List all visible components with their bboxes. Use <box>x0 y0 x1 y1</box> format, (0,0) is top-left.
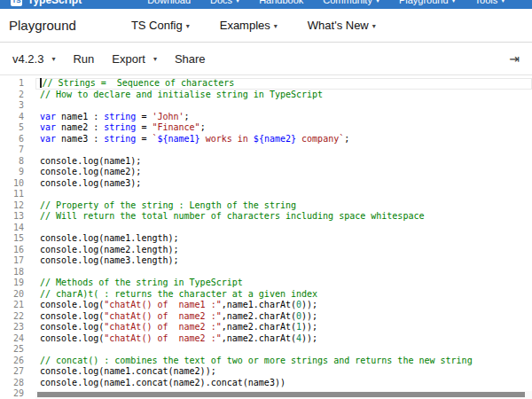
chevron-down-icon: ▾ <box>501 0 505 4</box>
playground-menu-bar: TS Config▾Examples▾What's New▾ <box>131 19 376 32</box>
share-button[interactable]: Share <box>175 52 206 66</box>
code-line-12[interactable]: 12// Property of the string : Length of … <box>0 200 532 212</box>
export-dropdown[interactable]: Export ▾ <box>112 52 157 66</box>
code-line-21[interactable]: 21console.log("chatAt() of name1 :",name… <box>0 300 532 311</box>
code-text: console.log(name1.length); <box>35 233 532 245</box>
line-number: 3 <box>0 100 35 112</box>
code-line-8[interactable]: 8console.log(name1); <box>0 156 532 168</box>
line-number: 12 <box>0 200 35 212</box>
line-number: 25 <box>0 344 35 356</box>
code-text: // How to declare and initialise string … <box>35 90 532 101</box>
code-line-13[interactable]: 13// Will return the total number of cha… <box>0 211 532 223</box>
code-line-15[interactable]: 15console.log(name1.length); <box>0 233 532 245</box>
line-number: 11 <box>0 189 35 200</box>
code-line-19[interactable]: 19// Methods of the string in TypeScript <box>0 278 532 289</box>
code-text <box>35 344 532 356</box>
line-number: 29 <box>0 388 35 399</box>
code-text: console.log("chatAt() of name2 :",name2.… <box>35 311 532 323</box>
line-number: 16 <box>0 245 35 256</box>
nav-item-download[interactable]: Download <box>147 0 191 5</box>
code-line-17[interactable]: 17console.log(name3.length); <box>0 255 532 267</box>
code-text: // Strings = Sequence of characters <box>35 78 532 90</box>
code-text: console.log("chatAt() of name2 :",name2.… <box>35 322 532 333</box>
horizontal-scrollbar[interactable] <box>35 391 532 399</box>
line-number: 23 <box>0 322 35 333</box>
code-line-26[interactable]: 26// concat() : combines the text of two… <box>0 356 532 367</box>
code-text: var name1 : string = 'John'; <box>35 112 532 123</box>
page-title: Playground <box>9 18 76 33</box>
line-number: 8 <box>0 156 35 168</box>
code-text: console.log(name2); <box>35 167 532 178</box>
code-line-9[interactable]: 9console.log(name2); <box>0 167 532 178</box>
code-line-7[interactable]: 7 <box>0 145 532 156</box>
typescript-logo-icon: TS <box>11 0 22 6</box>
code-text: console.log("chatAt() of name1 :",name1.… <box>35 300 532 311</box>
line-number: 1 <box>0 78 35 90</box>
run-button[interactable]: Run <box>73 52 94 66</box>
code-editor[interactable]: 1// Strings = Sequence of characters2// … <box>0 75 532 399</box>
code-text <box>35 267 532 278</box>
code-line-11[interactable]: 11 <box>0 189 532 200</box>
menu-what-s-new[interactable]: What's New▾ <box>308 19 376 32</box>
code-line-2[interactable]: 2// How to declare and initialise string… <box>0 90 532 101</box>
menu-ts-config[interactable]: TS Config▾ <box>131 19 190 32</box>
code-line-5[interactable]: 5var name2 : string = "Finance"; <box>0 122 532 134</box>
code-line-16[interactable]: 16console.log(name2.length); <box>0 245 532 256</box>
toggle-sidebar-icon[interactable]: ⇥ <box>509 52 520 65</box>
chevron-down-icon: ▾ <box>153 55 157 63</box>
code-line-10[interactable]: 10console.log(name3); <box>0 178 532 190</box>
version-label: v4.2.3 <box>12 52 43 66</box>
chevron-down-icon: ▾ <box>452 0 456 4</box>
line-number: 20 <box>0 289 35 301</box>
playground-header: Playground TS Config▾Examples▾What's New… <box>0 9 532 43</box>
nav-item-community[interactable]: Community▾ <box>323 0 379 5</box>
nav-item-handbook[interactable]: Handbook <box>259 0 303 5</box>
chevron-down-icon: ▾ <box>51 55 55 63</box>
line-number: 6 <box>0 134 35 145</box>
line-number: 26 <box>0 356 35 367</box>
code-line-1[interactable]: 1// Strings = Sequence of characters <box>0 78 532 90</box>
line-number: 5 <box>0 122 35 134</box>
code-line-22[interactable]: 22console.log("chatAt() of name2 :",name… <box>0 311 532 323</box>
code-text: console.log(name1.concat(name2).concat(n… <box>35 378 532 389</box>
code-text: // Methods of the string in TypeScript <box>35 278 532 289</box>
line-number: 4 <box>0 112 35 123</box>
code-text <box>35 100 532 112</box>
code-line-3[interactable]: 3 <box>0 100 532 112</box>
code-text: // Will return the total number of chara… <box>35 211 532 223</box>
scrollbar-thumb[interactable] <box>37 392 525 397</box>
line-number: 15 <box>0 233 35 245</box>
nav-item-tools[interactable]: Tools▾ <box>475 0 505 5</box>
code-line-28[interactable]: 28console.log(name1.concat(name2).concat… <box>0 378 532 389</box>
code-line-20[interactable]: 20// charA)t( : returns the character at… <box>0 289 532 301</box>
line-number: 27 <box>0 366 35 378</box>
menu-examples[interactable]: Examples▾ <box>220 19 278 32</box>
line-number: 9 <box>0 167 35 178</box>
nav-item-playground[interactable]: Playground▾ <box>399 0 456 5</box>
code-line-27[interactable]: 27console.log(name1.concat(name2)); <box>0 366 532 378</box>
line-number: 13 <box>0 211 35 223</box>
code-text <box>35 189 532 200</box>
code-text <box>35 223 532 234</box>
run-label: Run <box>73 52 94 66</box>
code-text: console.log(name1); <box>35 156 532 168</box>
code-text: // Property of the string : Length of th… <box>35 200 532 212</box>
code-area: 1// Strings = Sequence of characters2// … <box>0 78 532 399</box>
nav-item-docs[interactable]: Docs▾ <box>210 0 239 5</box>
text-cursor <box>40 78 42 88</box>
code-text: console.log(name3.length); <box>35 255 532 267</box>
code-line-24[interactable]: 24console.log("chatAt() of name2 :",name… <box>0 333 532 345</box>
code-line-6[interactable]: 6var name3 : string = `${name1} works in… <box>0 134 532 145</box>
line-number: 18 <box>0 267 35 278</box>
code-line-25[interactable]: 25 <box>0 344 532 356</box>
version-dropdown[interactable]: v4.2.3 ▾ <box>12 52 55 66</box>
code-line-4[interactable]: 4var name1 : string = 'John'; <box>0 112 532 123</box>
code-line-18[interactable]: 18 <box>0 267 532 278</box>
brand[interactable]: TS TypeScript <box>11 0 82 6</box>
line-number: 10 <box>0 178 35 190</box>
code-line-14[interactable]: 14 <box>0 223 532 234</box>
line-number: 22 <box>0 311 35 323</box>
code-text <box>35 145 532 156</box>
code-line-23[interactable]: 23console.log("chatAt() of name2 :",name… <box>0 322 532 333</box>
line-number: 19 <box>0 278 35 289</box>
